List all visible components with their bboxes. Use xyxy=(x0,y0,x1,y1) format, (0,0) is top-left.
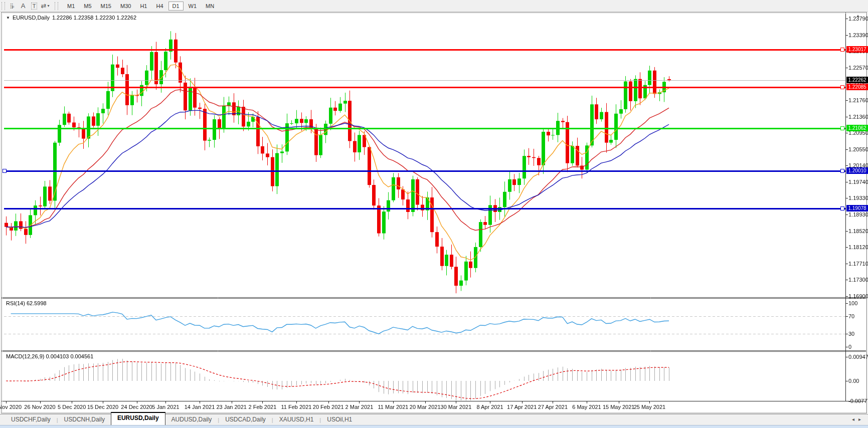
tab-audusd-daily[interactable]: AUDUSD,Daily xyxy=(165,414,218,425)
chart-title: ▼ EURUSD,Daily 1.22286 1.22358 1.22230 1… xyxy=(6,15,136,21)
tab-xauusd-h1[interactable]: XAUUSD,H1 xyxy=(273,414,320,425)
timeframe-d1[interactable]: D1 xyxy=(168,2,184,11)
price-tick-label: 1.18930 xyxy=(848,211,867,218)
date-tick-label: 30 Mar 2021 xyxy=(437,404,475,410)
rsi-tick-label: 30 xyxy=(848,331,867,337)
chart-canvas[interactable] xyxy=(0,12,868,414)
level-price-tag[interactable]: 1.21062 xyxy=(846,125,868,131)
text-tool-button[interactable]: T xyxy=(29,1,39,11)
level-price-tag[interactable]: 1.22085 xyxy=(846,84,868,90)
trading-terminal: ⣿ F A T ⇄ ▾ M1M5M15M30H1H4D1W1MN ▼ EURUS… xyxy=(0,0,868,428)
date-tick-label: 2 Feb 2021 xyxy=(243,404,281,410)
tab-usdchf-daily[interactable]: USDCHF,Daily xyxy=(5,414,57,425)
macd-indicator-label: MACD(12,26,9) 0.004103 0.004561 xyxy=(6,353,93,359)
macd-tick-label: 0.00 xyxy=(848,378,867,384)
price-tick-label: 1.16900 xyxy=(848,293,867,299)
timeframe-toolbar: M1M5M15M30H1H4D1W1MN xyxy=(63,2,219,11)
price-tick-label: 1.23390 xyxy=(848,32,867,38)
tab-scroll-left-icon[interactable]: ◂ xyxy=(852,416,858,422)
price-tick-label: 1.17300 xyxy=(848,277,867,283)
price-tick-label: 1.18520 xyxy=(848,228,867,234)
timeframe-m1[interactable]: M1 xyxy=(63,2,79,11)
current-price-tag: 1.22262 xyxy=(846,77,868,83)
grid-f-mark: F xyxy=(12,5,15,10)
price-tick-label: 1.19740 xyxy=(848,179,867,185)
date-tick-label: 25 May 2021 xyxy=(630,404,668,410)
date-tick-label: 2 Mar 2021 xyxy=(340,404,378,410)
level-price-tag[interactable]: 1.19078 xyxy=(846,205,868,211)
chart-tab-bar: USDCHF,Daily|USDCNH,DailyEURUSD,DailyAUD… xyxy=(0,414,868,425)
price-tick-label: 1.17710 xyxy=(848,261,867,267)
tab-usdcnh-daily[interactable]: USDCNH,Daily xyxy=(58,414,111,425)
text-icon: T xyxy=(31,3,38,10)
rsi-indicator-label: RSI(14) 62.5998 xyxy=(6,300,47,306)
toolbar-grip-2[interactable] xyxy=(55,2,58,10)
indicators-dropdown-button[interactable]: ⇄ ▾ xyxy=(40,1,50,11)
tab-eurusd-daily[interactable]: EURUSD,Daily xyxy=(111,412,165,426)
collapse-indicators-icon[interactable]: ▼ xyxy=(6,16,10,20)
toolbar-grip[interactable] xyxy=(2,2,5,10)
date-tick-label: 5 Jan 2021 xyxy=(146,404,185,410)
tab-scroll-right-icon[interactable]: ▸ xyxy=(858,416,865,422)
chart-ohlc-values: 1.22286 1.22358 1.22230 1.22262 xyxy=(52,15,136,21)
price-tick-label: 1.23790 xyxy=(848,16,867,22)
price-tick-label: 1.18120 xyxy=(848,244,867,250)
rsi-tick-label: 100 xyxy=(848,300,867,306)
tab-usoil-h1[interactable]: USOil,H1 xyxy=(321,414,358,425)
swap-arrows-icon: ⇄ xyxy=(41,2,47,10)
tab-scroll-arrows[interactable]: ◂▸ xyxy=(852,416,865,422)
rsi-tick-label: 0 xyxy=(848,344,867,350)
timeframe-w1[interactable]: W1 xyxy=(185,2,201,11)
status-bar xyxy=(0,425,868,428)
timeframe-m15[interactable]: M15 xyxy=(97,2,115,11)
grid-f-tool-button[interactable]: ⣿ F xyxy=(7,1,17,11)
tab-usdcad-daily[interactable]: USDCAD,Daily xyxy=(219,414,272,425)
level-price-tag[interactable]: 1.23017 xyxy=(846,46,868,53)
date-tick-label: 27 Apr 2021 xyxy=(534,404,572,410)
timeframe-mn[interactable]: MN xyxy=(202,2,218,11)
timeframe-h4[interactable]: H4 xyxy=(152,2,167,11)
level-price-tag[interactable]: 1.20010 xyxy=(846,167,868,174)
price-tick-label: 1.21760 xyxy=(848,97,867,103)
font-tool-button[interactable]: A xyxy=(18,1,28,11)
chart-window: ▼ EURUSD,Daily 1.22286 1.22358 1.22230 1… xyxy=(0,12,868,414)
macd-tick-label: 0.009478 xyxy=(848,354,867,360)
dropdown-caret-icon: ▾ xyxy=(47,4,49,8)
price-tick-label: 1.21360 xyxy=(848,114,867,120)
price-tick-label: 1.20550 xyxy=(848,146,867,152)
price-tick-label: 1.22570 xyxy=(848,65,867,71)
timeframe-m30[interactable]: M30 xyxy=(116,2,135,11)
timeframe-m5[interactable]: M5 xyxy=(80,2,95,11)
macd-tick-label: -0.007778 xyxy=(848,398,867,404)
font-icon: A xyxy=(21,2,26,10)
chart-symbol-label: EURUSD,Daily xyxy=(13,15,50,21)
price-tick-label: 1.19330 xyxy=(848,195,867,201)
chart-tabs: USDCHF,Daily|USDCNH,DailyEURUSD,DailyAUD… xyxy=(5,413,358,426)
date-tick-label: 15 Dec 2020 xyxy=(84,404,122,410)
main-toolbar: ⣿ F A T ⇄ ▾ M1M5M15M30H1H4D1W1MN xyxy=(0,0,868,12)
rsi-tick-label: 70 xyxy=(848,313,867,319)
timeframe-h1[interactable]: H1 xyxy=(136,2,151,11)
